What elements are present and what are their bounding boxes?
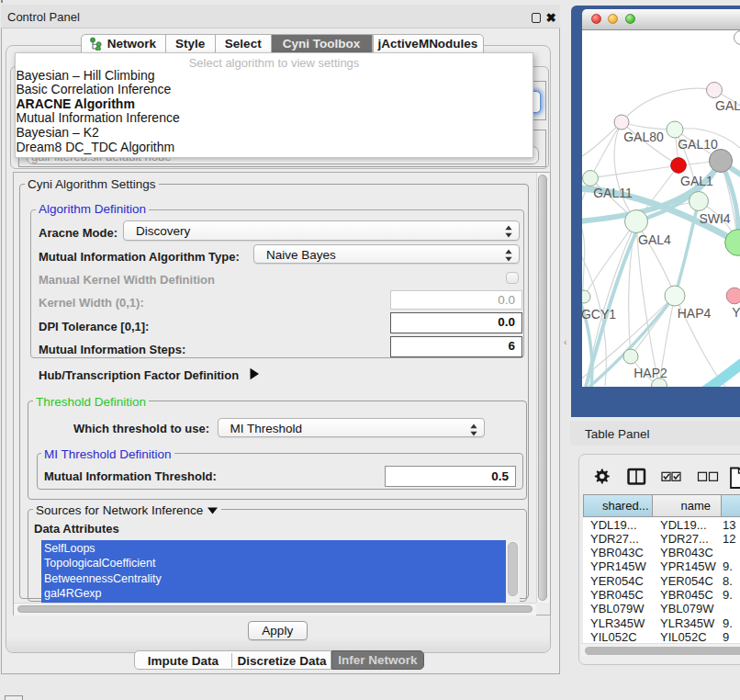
svg-text:Y: Y: [732, 305, 740, 320]
svg-text:GAL4: GAL4: [638, 232, 671, 247]
svg-text:GAL80: GAL80: [623, 130, 664, 144]
svg-text:HAP2: HAP2: [633, 366, 667, 380]
svg-text:GAL: GAL: [715, 98, 740, 113]
svg-text:GAL11: GAL11: [593, 186, 633, 200]
svg-text:HAP4: HAP4: [678, 306, 712, 321]
svg-text:GAL1: GAL1: [680, 174, 713, 188]
svg-text:GCY1: GCY1: [582, 307, 616, 322]
svg-text:GAL10: GAL10: [678, 137, 718, 152]
svg-text:SWI4: SWI4: [699, 211, 730, 226]
